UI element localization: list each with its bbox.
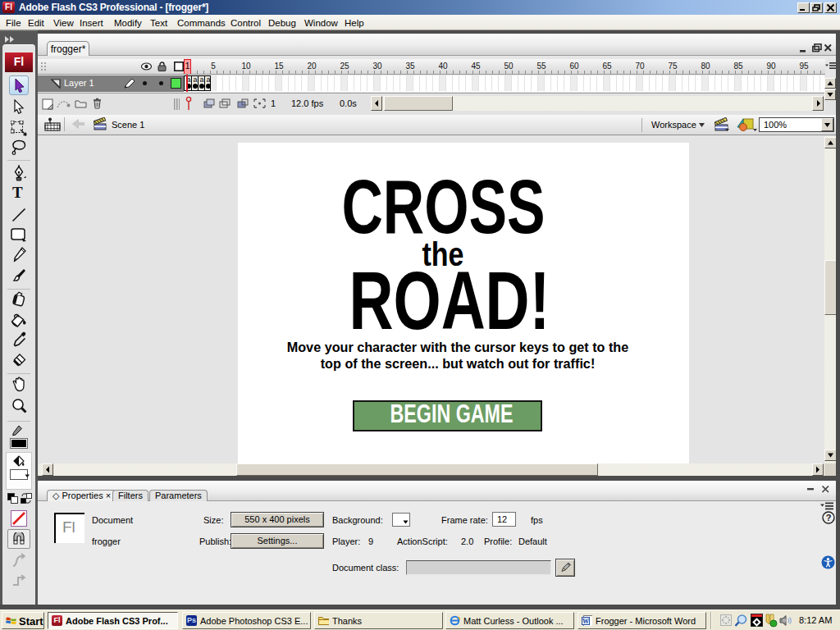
svg-text:W: W [582, 618, 589, 625]
svg-text:?: ? [826, 513, 832, 523]
